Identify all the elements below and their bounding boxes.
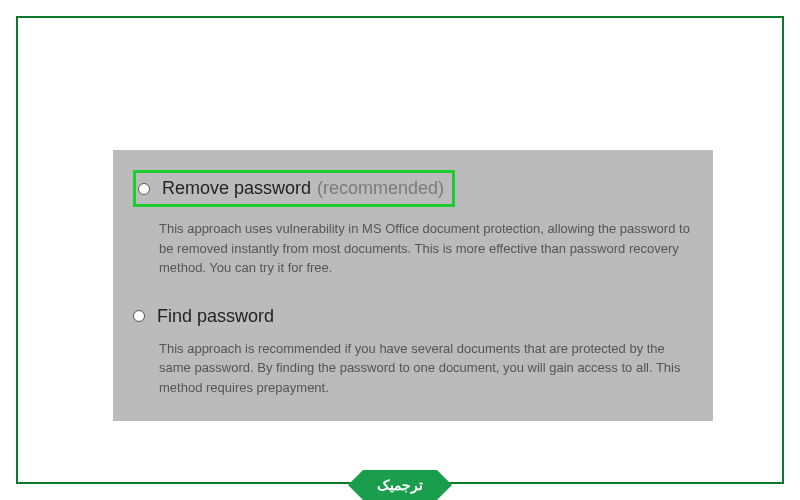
option-header-row: Remove password (recommended): [133, 170, 693, 207]
option-title: Remove password: [162, 178, 311, 199]
brand-badge: ترجمیک: [363, 470, 437, 500]
option-suffix: (recommended): [317, 178, 444, 199]
option-description: This approach is recommended if you have…: [133, 339, 693, 398]
brand-label: ترجمیک: [377, 477, 423, 493]
option-description: This approach uses vulnerability in MS O…: [133, 219, 693, 278]
content-frame: Remove password (recommended) This appro…: [16, 16, 784, 484]
highlight-box: Remove password (recommended): [133, 170, 455, 207]
option-header-row: Find password: [133, 306, 693, 327]
radio-find-password[interactable]: [133, 310, 145, 322]
options-panel: Remove password (recommended) This appro…: [113, 150, 713, 421]
option-title: Find password: [157, 306, 274, 327]
option-remove-password: Remove password (recommended) This appro…: [133, 170, 693, 278]
option-find-password: Find password This approach is recommend…: [133, 306, 693, 398]
radio-remove-password[interactable]: [138, 183, 150, 195]
